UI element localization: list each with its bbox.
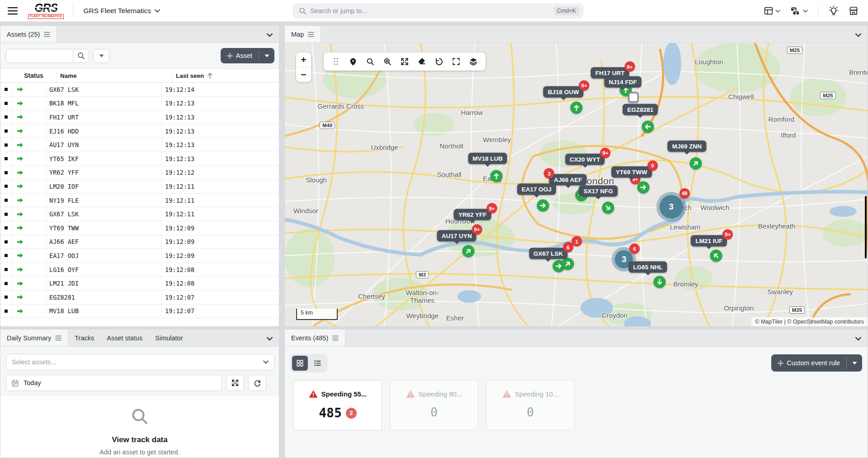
vehicle-label-chip[interactable]: AJ66 AEF3 [549,174,587,186]
date-range-input[interactable]: Today [6,375,222,391]
vehicle-label-chip[interactable]: YT69 TWW9 [611,166,652,177]
vehicle-label-chip[interactable]: LM21 IUF9+ [691,235,727,246]
panel-menu-icon[interactable] [332,335,339,341]
asset-search-button[interactable] [73,49,89,63]
expand-date-range-button[interactable] [226,375,244,391]
tab-asset-status[interactable]: Asset status [100,329,149,346]
vehicle-label-chip[interactable]: LG65 NHL [628,261,667,272]
vehicle-marker[interactable] [653,276,665,288]
workspace-switcher[interactable]: GRS Fleet Telematics [83,7,160,15]
column-name[interactable]: Name [57,69,172,82]
vehicle-marker[interactable] [490,170,502,182]
tab-daily-summary[interactable]: Daily Summary [0,329,68,346]
vehicle-label-chip[interactable]: YR62 YFF9+ [454,209,491,220]
map-canvas[interactable]: + − 5 km © MapTiler | © OpenStreetMap co… [285,43,868,326]
vehicle-marker[interactable] [562,258,574,270]
table-row[interactable]: AJ66 AEF19:12:09 [0,235,279,249]
map-scrollbar[interactable] [865,196,867,258]
search-button[interactable] [363,54,378,69]
marketplace-button[interactable] [844,3,863,19]
table-row[interactable]: AU17 UYN19:12:13 [0,138,279,152]
hamburger-menu-icon[interactable] [4,3,22,19]
vehicle-label-chip[interactable]: BJ18 OUW9+ [543,86,584,97]
asset-filter-dropdown[interactable] [93,49,109,63]
panel-menu-icon[interactable] [44,32,50,37]
event-rule-card[interactable]: Speeding 55...4852 [293,380,382,430]
table-row[interactable]: YT69 TWW19:12:09 [0,221,279,235]
rotate-ccw-button[interactable] [431,54,447,69]
vehicle-label-chip[interactable]: EA17 OOJ [517,184,556,195]
drag-handle-button[interactable] [328,54,344,69]
table-row[interactable]: LM20 IOF19:12:11 [0,180,279,194]
vehicle-marker[interactable] [537,199,549,211]
custom-event-rule-dropdown[interactable] [847,354,862,372]
vehicle-marker[interactable] [710,249,722,262]
table-row[interactable]: MV18 LUB19:12:07 [0,305,279,319]
select-assets-dropdown[interactable]: Select assets... [6,354,274,370]
layers-button[interactable] [466,54,481,69]
vehicle-label-chip[interactable]: MJ69 ZNN [668,141,706,152]
fullscreen-button[interactable] [448,54,464,69]
list-view-button[interactable] [310,356,326,371]
add-asset-button[interactable]: Asset [221,48,259,63]
table-row[interactable]: YT65 IKF19:12:13 [0,152,279,166]
collapse-panel-icon[interactable] [264,334,274,344]
vehicle-cluster-marker[interactable]: 348 [656,192,686,222]
vehicle-marker[interactable] [462,245,475,258]
event-rule-card[interactable]: Speeding 10...0 [486,380,575,430]
vehicle-marker[interactable] [642,120,654,133]
table-row[interactable]: EA17 OOJ19:12:09 [0,249,279,263]
tab-assets[interactable]: Assets (25) [0,26,57,43]
column-status[interactable]: Status [11,69,57,82]
table-row[interactable]: GX67 LSK19:12:14 [0,83,279,97]
collapse-panel-icon[interactable] [853,30,863,40]
tab-events[interactable]: Events (485) [285,329,345,346]
vehicle-label-chip[interactable]: EGZ8281 [623,104,658,115]
table-row[interactable]: BK18 MFL19:12:13 [0,97,279,111]
stationary-vehicle-marker[interactable] [628,92,638,103]
tab-simulator[interactable]: Simulator [149,329,189,346]
vehicle-marker[interactable] [602,202,614,214]
table-row[interactable]: LM21 JDI19:12:08 [0,277,279,291]
custom-event-rule-button[interactable]: Custom event rule [771,354,846,372]
refresh-button[interactable] [248,375,266,391]
sort-ascending-icon[interactable] [208,73,212,79]
grid-view-button[interactable] [292,356,308,371]
location-pin-button[interactable] [345,54,361,69]
grs-logo[interactable]: GRS FLEET TELEMATICS [28,2,64,19]
zoom-out-button[interactable]: − [296,67,311,82]
vehicle-marker[interactable] [689,157,702,170]
vehicle-marker[interactable]: 9+ [637,181,649,193]
panel-menu-icon[interactable] [55,335,61,341]
tab-tracks[interactable]: Tracks [68,329,100,346]
table-row[interactable]: YR62 YFF19:12:12 [0,166,279,180]
vehicle-label-chip[interactable]: SX17 NFG [579,186,618,197]
vehicle-label-chip[interactable]: GX67 LSK61 [529,248,567,259]
collapse-panel-icon[interactable] [264,30,274,40]
panel-menu-icon[interactable] [308,32,314,37]
table-row[interactable]: NY19 FLE19:12:11 [0,194,279,208]
table-row[interactable]: GX67 LSK19:12:11 [0,207,279,221]
column-last-seen[interactable]: Last seen [172,69,279,82]
vehicle-marker[interactable] [570,101,582,114]
vehicle-label-chip[interactable]: AU17 UYN9+ [437,230,476,241]
eraser-button[interactable] [414,54,429,69]
asset-filter-input[interactable] [6,49,73,63]
vehicle-label-chip[interactable]: MV18 LUB [468,153,507,164]
layout-panels-button[interactable] [760,3,784,19]
zoom-in-button[interactable]: + [296,52,311,67]
vehicles-button[interactable] [786,3,811,19]
vehicle-label-chip[interactable]: CX20 WYT9+ [565,153,605,165]
table-row[interactable]: FH17 URT19:12:13 [0,110,279,124]
add-asset-dropdown[interactable] [259,48,274,63]
zoom-in-button[interactable] [380,54,395,69]
vehicle-label-chip[interactable]: NJ14 FDF [604,76,641,88]
whats-new-button[interactable] [825,3,843,19]
global-search[interactable]: Search or jump to... Cmd+K [293,4,583,18]
table-row[interactable]: LG16 OYF19:12:08 [0,263,279,277]
table-row[interactable]: EJ16 HDD19:12:13 [0,124,279,138]
collapse-panel-icon[interactable] [853,334,863,344]
table-row[interactable]: EGZ828119:12:07 [0,291,279,305]
tab-map[interactable]: Map [285,26,321,43]
expand-arrows-button[interactable] [397,54,412,69]
